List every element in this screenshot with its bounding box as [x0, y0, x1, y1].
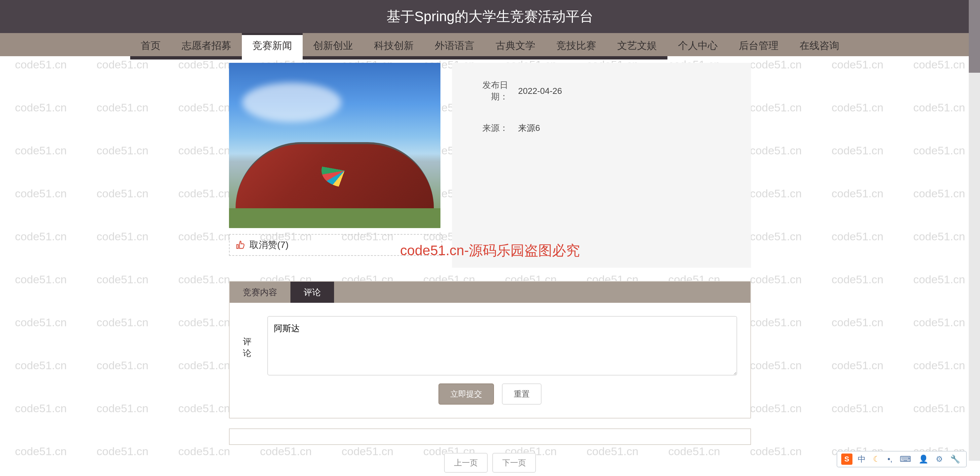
scrollbar-thumb[interactable] — [969, 0, 980, 73]
nav-item-10[interactable]: 后台管理 — [728, 33, 789, 56]
nav-item-1[interactable]: 志愿者招募 — [171, 33, 242, 56]
prev-page-button[interactable]: 上一页 — [444, 453, 488, 473]
tool-icon[interactable]: 🔧 — [948, 455, 962, 464]
ime-lang[interactable]: 中 — [856, 454, 868, 465]
ime-toolbar[interactable]: S 中 ☾ •, ⌨ 👤 ⚙ 🔧 — [837, 451, 967, 467]
thumbs-up-icon — [235, 240, 245, 250]
tab-1[interactable]: 评论 — [290, 282, 334, 303]
next-page-button[interactable]: 下一页 — [492, 453, 536, 473]
tabs-body: 评论 立即提交 重置 — [230, 303, 750, 418]
nav-item-7[interactable]: 竞技比赛 — [546, 33, 607, 56]
keyboard-icon[interactable]: ⌨ — [898, 455, 913, 464]
article-image — [229, 63, 441, 228]
moon-icon[interactable]: ☾ — [871, 455, 882, 464]
app-title: 基于Spring的大学生竞赛活动平台 — [387, 7, 593, 26]
info-value: 2022-04-26 — [518, 86, 562, 96]
gear-icon[interactable]: ⚙ — [934, 455, 945, 464]
info-panel: 发布日期：2022-04-26来源：来源6 — [452, 63, 751, 268]
tabs-header: 竞赛内容评论 — [230, 282, 750, 303]
info-value: 来源6 — [518, 122, 540, 134]
nav-item-0[interactable]: 首页 — [130, 33, 171, 56]
submit-button[interactable]: 立即提交 — [439, 384, 494, 404]
unlike-button[interactable]: 取消赞(7) — [229, 234, 442, 256]
person-icon[interactable]: 👤 — [916, 455, 931, 464]
info-row: 来源：来源6 — [472, 122, 731, 134]
nav-item-3[interactable]: 创新创业 — [303, 33, 363, 56]
comment-label: 评论 — [243, 316, 259, 359]
pager: 上一页 下一页 — [229, 453, 751, 473]
main-nav: 首页志愿者招募竞赛新闻创新创业科技创新外语语言古典文学竞技比赛文艺文娱个人中心后… — [0, 33, 980, 56]
comment-textarea[interactable] — [267, 316, 737, 376]
nav-item-11[interactable]: 在线咨询 — [789, 33, 850, 56]
nav-item-6[interactable]: 古典文学 — [485, 33, 546, 56]
vertical-scrollbar[interactable] — [969, 0, 980, 461]
info-label: 来源： — [472, 122, 518, 134]
info-label: 发布日期： — [472, 79, 518, 102]
unlike-label: 取消赞(7) — [250, 239, 288, 251]
content-area: 取消赞(7) 发布日期：2022-04-26来源：来源6 竞赛内容评论 评论 立… — [0, 56, 980, 473]
info-row: 发布日期：2022-04-26 — [472, 79, 731, 102]
ime-logo-icon: S — [841, 454, 853, 465]
nav-item-2[interactable]: 竞赛新闻 — [242, 33, 303, 56]
nav-item-9[interactable]: 个人中心 — [667, 33, 728, 56]
nav-item-5[interactable]: 外语语言 — [424, 33, 485, 56]
reset-button[interactable]: 重置 — [502, 384, 541, 404]
comment-list — [229, 428, 751, 445]
ime-punct[interactable]: •, — [886, 455, 894, 464]
tabs-block: 竞赛内容评论 评论 立即提交 重置 — [229, 281, 751, 419]
app-header: 基于Spring的大学生竞赛活动平台 — [0, 0, 980, 33]
tab-0[interactable]: 竞赛内容 — [230, 282, 290, 303]
nav-item-8[interactable]: 文艺文娱 — [607, 33, 667, 56]
nav-item-4[interactable]: 科技创新 — [363, 33, 424, 56]
